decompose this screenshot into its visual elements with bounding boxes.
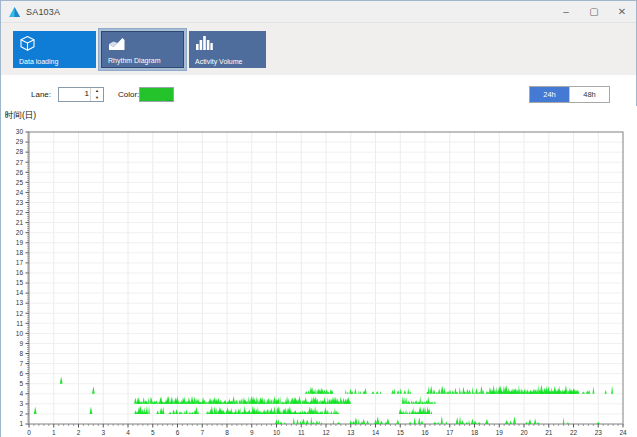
svg-text:13: 13 bbox=[347, 429, 355, 436]
svg-text:20: 20 bbox=[16, 229, 24, 236]
svg-text:30: 30 bbox=[16, 128, 24, 135]
svg-text:14: 14 bbox=[372, 429, 380, 436]
svg-text:5: 5 bbox=[19, 380, 23, 387]
rhythm-diagram-label: Rhythm Diagram bbox=[108, 57, 161, 64]
svg-text:12: 12 bbox=[16, 310, 24, 317]
svg-text:21: 21 bbox=[545, 429, 553, 436]
svg-text:13: 13 bbox=[16, 299, 24, 306]
activity-volume-button[interactable]: Activity Volume bbox=[189, 31, 266, 68]
svg-text:19: 19 bbox=[496, 429, 504, 436]
rhythm-chart: 时间(日)01234567891011121314151617181920212… bbox=[1, 106, 637, 437]
lane-label: Lane: bbox=[31, 90, 51, 99]
svg-text:14: 14 bbox=[16, 289, 24, 296]
lane-spinner[interactable]: 1 ▲ ▼ bbox=[58, 87, 104, 102]
svg-text:10: 10 bbox=[273, 429, 281, 436]
minimize-button[interactable]: – bbox=[552, 1, 580, 22]
svg-text:4: 4 bbox=[19, 390, 23, 397]
svg-text:1: 1 bbox=[19, 420, 23, 427]
svg-text:22: 22 bbox=[570, 429, 578, 436]
bar-chart-icon bbox=[195, 35, 213, 51]
svg-text:8: 8 bbox=[225, 429, 229, 436]
svg-text:15: 15 bbox=[397, 429, 405, 436]
lane-value: 1 bbox=[85, 89, 89, 98]
svg-text:2: 2 bbox=[77, 429, 81, 436]
svg-text:2: 2 bbox=[19, 410, 23, 417]
svg-text:9: 9 bbox=[19, 340, 23, 347]
svg-text:6: 6 bbox=[19, 370, 23, 377]
data-loading-button[interactable]: Data loading bbox=[13, 31, 96, 68]
svg-text:3: 3 bbox=[19, 400, 23, 407]
area-chart-icon bbox=[108, 36, 126, 52]
svg-text:23: 23 bbox=[16, 199, 24, 206]
toggle-48h-button[interactable]: 48h bbox=[569, 87, 609, 102]
close-button[interactable]: ✕ bbox=[608, 1, 636, 22]
svg-text:8: 8 bbox=[19, 350, 23, 357]
rhythm-chart-svg: 时间(日)01234567891011121314151617181920212… bbox=[1, 106, 637, 437]
svg-text:29: 29 bbox=[16, 138, 24, 145]
toolbar: Data loading Rhythm Diagram Activity Vol… bbox=[1, 23, 636, 75]
svg-text:15: 15 bbox=[16, 279, 24, 286]
app-window: SA103A – ▢ ✕ Data loading Rhythm Dia bbox=[0, 0, 637, 437]
data-loading-label: Data loading bbox=[19, 58, 58, 65]
svg-text:4: 4 bbox=[126, 429, 130, 436]
svg-text:17: 17 bbox=[16, 259, 24, 266]
svg-text:23: 23 bbox=[595, 429, 603, 436]
time-range-toggle: 24h 48h bbox=[529, 86, 610, 103]
svg-text:22: 22 bbox=[16, 209, 24, 216]
maximize-button[interactable]: ▢ bbox=[580, 1, 608, 22]
svg-text:5: 5 bbox=[151, 429, 155, 436]
svg-text:28: 28 bbox=[16, 148, 24, 155]
toggle-24h-button[interactable]: 24h bbox=[530, 87, 569, 102]
svg-text:9: 9 bbox=[250, 429, 254, 436]
svg-text:20: 20 bbox=[520, 429, 528, 436]
window-title: SA103A bbox=[26, 7, 60, 17]
svg-text:7: 7 bbox=[19, 360, 23, 367]
svg-text:17: 17 bbox=[446, 429, 454, 436]
svg-text:26: 26 bbox=[16, 169, 24, 176]
svg-text:24: 24 bbox=[619, 429, 627, 436]
svg-text:18: 18 bbox=[471, 429, 479, 436]
svg-text:16: 16 bbox=[16, 269, 24, 276]
svg-text:19: 19 bbox=[16, 239, 24, 246]
spinner-down-button[interactable]: ▼ bbox=[91, 95, 103, 102]
color-picker-button[interactable]: ... bbox=[139, 87, 174, 102]
color-picker-dots: ... bbox=[167, 96, 172, 102]
svg-text:0: 0 bbox=[27, 429, 31, 436]
svg-text:3: 3 bbox=[101, 429, 105, 436]
svg-text:11: 11 bbox=[16, 320, 23, 327]
activity-volume-label: Activity Volume bbox=[195, 58, 242, 65]
svg-text:25: 25 bbox=[16, 179, 24, 186]
rhythm-diagram-button[interactable]: Rhythm Diagram bbox=[101, 31, 184, 68]
svg-text:21: 21 bbox=[16, 219, 24, 226]
title-bar: SA103A – ▢ ✕ bbox=[1, 1, 636, 23]
svg-text:1: 1 bbox=[52, 429, 56, 436]
svg-text:10: 10 bbox=[16, 330, 24, 337]
cube-icon bbox=[19, 35, 36, 52]
color-label: Color: bbox=[118, 90, 139, 99]
window-controls: – ▢ ✕ bbox=[552, 1, 636, 22]
svg-text:6: 6 bbox=[176, 429, 180, 436]
svg-text:27: 27 bbox=[16, 159, 24, 166]
svg-text:12: 12 bbox=[322, 429, 330, 436]
svg-text:24: 24 bbox=[16, 189, 24, 196]
svg-text:16: 16 bbox=[421, 429, 429, 436]
lane-spinner-arrows: ▲ ▼ bbox=[90, 88, 103, 101]
svg-text:11: 11 bbox=[298, 429, 305, 436]
svg-text:7: 7 bbox=[200, 429, 204, 436]
svg-text:时间(日): 时间(日) bbox=[5, 110, 36, 120]
svg-text:18: 18 bbox=[16, 249, 24, 256]
app-logo-icon bbox=[9, 7, 20, 17]
